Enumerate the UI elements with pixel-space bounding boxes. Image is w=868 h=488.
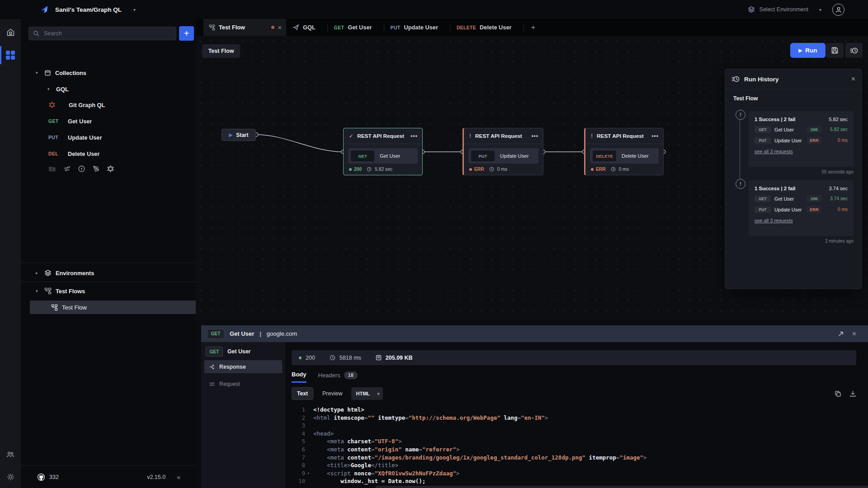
expand-panel-icon[interactable] [838,331,844,337]
new-tab-button[interactable]: + [524,19,536,36]
fold-gutter [305,454,311,462]
request-name: Get User [380,153,400,159]
tab-headers[interactable]: Headers 18 [318,371,358,383]
add-folder-icon[interactable] [48,165,56,173]
tab-get-user[interactable]: GET Get User [328,19,384,36]
nav-request[interactable]: Request [204,377,282,390]
code-line: 9▾ <script nonce="XQfRO1vw5w2hNuFPzZdaag… [292,469,868,478]
tab-test-flow[interactable]: Test Flow × [203,19,286,36]
flow-canvas[interactable]: Test Flow ▶ Run ▶ Start ✓ REST API Reque… [196,36,868,320]
collections-grid-icon[interactable] [0,46,21,64]
chevron-right-icon[interactable]: ▸ [36,271,40,275]
node-menu-icon[interactable]: ••• [531,133,538,139]
search-input[interactable] [43,30,172,37]
search-box[interactable] [28,27,176,40]
node-menu-icon[interactable]: ••• [410,133,418,139]
tab-body[interactable]: Body [292,371,307,383]
node-get-user[interactable]: ✓ REST API Request ••• GET Get User 200 … [343,128,423,175]
horizontal-scrollbar[interactable] [376,486,868,488]
close-panel-icon[interactable]: × [852,330,856,338]
socket-icon[interactable] [78,165,85,173]
node-request[interactable]: PUT Update User [468,148,538,164]
request-item-update-user[interactable]: PUT Update User [48,131,102,143]
github-icon[interactable] [37,473,45,481]
see-all-requests-link[interactable]: see all 3 requests [755,149,793,154]
request-item-get-user[interactable]: GET Get User [48,115,92,127]
folder-gql[interactable]: ▾ GQL [47,83,69,95]
status-dot [299,357,302,359]
size-icon [376,355,382,361]
request-label: Get User [68,118,92,125]
play-icon: ▶ [799,48,802,53]
node-title: REST API Request [475,133,522,139]
status-code-badge: ERR [807,206,821,213]
start-node[interactable]: ▶ Start [222,129,256,141]
team-icon[interactable] [0,446,21,464]
run-history-panel: Run History × Test Flow ! ! 1 Success | … [725,69,862,289]
workspace-switcher[interactable]: Sanil's Team/Graph QL ▾ [0,5,136,14]
api-pen-icon[interactable] [92,165,100,173]
status-code-badge: ERR [807,137,821,144]
see-all-requests-link[interactable]: see all 3 requests [755,218,793,223]
response-tabs: Body Headers 18 [292,371,358,383]
run-request-row: PUT Update User ERR 0 ms [755,137,848,144]
fold-caret-icon[interactable]: ▾ [305,469,311,478]
settings-gear-icon[interactable] [0,468,21,486]
save-button[interactable] [826,43,844,58]
chevron-down-icon[interactable]: ▾ [36,70,40,75]
tab-update-user[interactable]: PUT Update User [384,19,450,36]
request-item-delete-user[interactable]: DEL Delete User [48,148,99,160]
environment-layers-icon [748,6,755,13]
format-select[interactable]: HTML ▾ [351,387,383,400]
close-history-icon[interactable]: × [851,75,855,83]
tab-headers-label: Headers [318,372,340,379]
user-avatar[interactable] [832,4,844,16]
run-history-button[interactable] [845,43,863,58]
node-menu-icon[interactable]: ••• [651,133,659,139]
node-update-user[interactable]: ! REST API Request ••• PUT Update User E… [462,128,543,175]
request-name: Get User [230,330,254,337]
code-editor[interactable]: 1<!doctype html>2<html itemscope="" item… [292,406,868,488]
chevron-down-icon[interactable]: ▾ [47,87,52,91]
method-badge: DELETE [457,25,476,30]
add-button[interactable]: + [179,26,194,41]
collections-section[interactable]: ▾ Collections [36,67,86,79]
request-item-git-graph-ql[interactable]: Git Graph QL [48,99,105,111]
method-badge: GET [755,127,771,133]
view-text-button[interactable]: Text [292,387,313,400]
import-requests-icon[interactable] [63,165,71,173]
tab-gql[interactable]: GQL [286,19,327,36]
collapse-sidebar-button[interactable]: « [177,474,180,481]
run-request-row: GET Get User 200 3.74 sec [755,195,848,202]
node-delete-user[interactable]: ! REST API Request ••• DELETE Delete Use… [584,128,664,175]
request-time: 3.74 sec [825,196,848,201]
select-environment-label[interactable]: Select Environment [760,6,808,13]
workspace-caret-icon[interactable]: ▾ [133,7,136,12]
response-panel: GET Get User | google.com × GET Get User… [196,320,868,488]
tab-label: Delete User [480,24,511,31]
start-label: Start [236,132,248,138]
response-time: 5818 ms [340,355,361,361]
environment-caret-icon[interactable]: ▾ [819,7,821,12]
chevron-down-icon[interactable]: ▾ [36,289,40,293]
error-icon: ! [591,133,593,139]
sidebar-item-test-flow[interactable]: Test Flow [30,300,196,314]
graphql-tool-icon[interactable] [107,165,114,173]
node-request[interactable]: GET Get User [348,148,418,164]
fold-gutter [305,406,311,414]
download-icon[interactable] [849,390,856,397]
run-button[interactable]: ▶ Run [790,43,826,58]
environments-section[interactable]: ▸ Environments [36,267,94,279]
close-tab-icon[interactable]: × [278,24,282,31]
copy-icon[interactable] [835,390,841,397]
view-preview-button[interactable]: Preview [322,390,342,397]
home-icon[interactable] [0,23,21,41]
node-request[interactable]: DELETE Delete User [590,148,659,164]
test-flows-section[interactable]: ▾ Test Flows [36,285,85,297]
nav-response[interactable]: Response [204,360,282,373]
run-card[interactable]: 1 Success | 2 fail 5.82 sec GET Get User… [749,111,854,167]
response-panel-header[interactable]: GET Get User | google.com × [201,325,868,342]
unsaved-dot [271,26,274,29]
run-card[interactable]: 1 Success | 2 fail 3.74 sec GET Get User… [749,180,854,236]
tab-delete-user[interactable]: DELETE Delete User [450,19,524,36]
